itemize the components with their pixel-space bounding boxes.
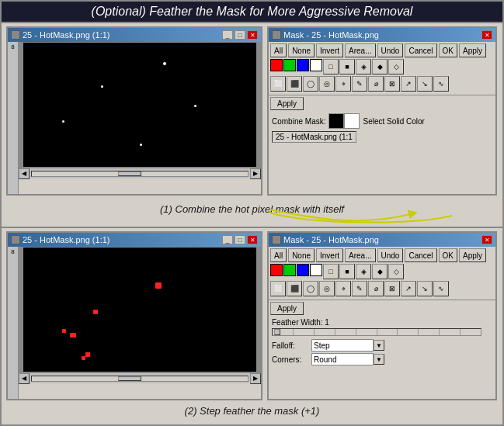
maximize-btn[interactable]: □ [235, 30, 245, 40]
scroll-track2[interactable] [31, 376, 249, 382]
tool-4[interactable]: ◆ [372, 59, 388, 74]
invert-button[interactable]: Invert [316, 43, 343, 57]
tool-8[interactable]: ◯ [303, 76, 318, 92]
tool-b12[interactable]: ⌀ [368, 281, 384, 296]
tool-7[interactable]: ⬛ [287, 76, 302, 92]
tool-10[interactable]: ⌖ [335, 76, 351, 92]
scroll-right[interactable]: ▶ [250, 168, 261, 179]
color-red[interactable] [270, 59, 283, 71]
tool-3[interactable]: ◈ [356, 59, 371, 74]
area-button[interactable]: Area... [345, 43, 375, 57]
minimize-btn[interactable]: _ [222, 30, 233, 40]
area-button2[interactable]: Area... [345, 248, 375, 262]
invert-button2[interactable]: Invert [316, 248, 343, 262]
close-btn[interactable]: ✕ [247, 235, 258, 244]
red-pixel [93, 310, 98, 314]
color-blue[interactable] [297, 59, 309, 71]
red-pixel [82, 356, 85, 360]
tool-b14[interactable]: ↗ [401, 281, 416, 296]
none-button[interactable]: None [288, 43, 315, 57]
cancel-button2[interactable]: Cancel [405, 248, 436, 262]
tool-b7[interactable]: ⬛ [287, 281, 302, 296]
close-btn[interactable]: ✕ [247, 30, 258, 40]
corners-combo[interactable]: Round ▼ [311, 353, 384, 365]
falloff-row: Falloff: Step ▼ [272, 339, 492, 352]
horizontal-scrollbar2[interactable]: ◀ ▶ [19, 372, 261, 383]
close-btn[interactable]: ✕ [481, 235, 492, 244]
tool-b9[interactable]: ◎ [319, 281, 335, 296]
minimize-btn[interactable]: _ [222, 235, 233, 244]
feather-slider[interactable] [272, 328, 481, 336]
tool-b13[interactable]: ⊠ [384, 281, 400, 296]
bottom-left-win-title-text: 25 - HotMask.png (1:1) [23, 235, 110, 244]
maximize-btn[interactable]: □ [235, 235, 245, 244]
tool-b15[interactable]: ↘ [417, 281, 433, 296]
horizontal-scrollbar[interactable]: ◀ ▶ [19, 168, 261, 178]
tool-6[interactable]: ⬜ [270, 76, 286, 92]
all-button2[interactable]: All [270, 248, 287, 262]
tool-5[interactable]: ◇ [388, 59, 404, 74]
tool-b11[interactable]: ✎ [352, 281, 367, 296]
tool-b8[interactable]: ◯ [303, 281, 318, 296]
tool-1[interactable]: □ [323, 59, 339, 74]
color-green[interactable] [283, 59, 296, 71]
corners-arrow[interactable]: ▼ [374, 354, 384, 365]
mask-tools-row2: ⬜ ⬛ ◯ ◎ ⌖ ✎ ⌀ ⊠ ↗ ↘ ∿ [270, 76, 494, 92]
tool-13[interactable]: ⊠ [384, 76, 400, 92]
scroll-thumb2[interactable] [118, 376, 141, 381]
tool-11[interactable]: ✎ [352, 76, 367, 92]
scroll-thumb[interactable] [118, 171, 141, 176]
scroll-right2[interactable]: ▶ [250, 373, 261, 384]
red-pixel [85, 352, 90, 357]
color-blue2[interactable] [297, 264, 309, 276]
falloff-combo[interactable]: Step ▼ [311, 339, 384, 352]
tool-2[interactable]: ■ [339, 59, 355, 74]
tool-b2[interactable]: ■ [339, 264, 355, 279]
tool-b6[interactable]: ⬜ [270, 281, 286, 296]
none-button2[interactable]: None [288, 248, 315, 262]
scroll-left[interactable]: ◀ [19, 168, 30, 179]
bottom-left-image-window: 25 - HotMask.png (1:1) _ □ ✕ 8 [6, 231, 262, 400]
cancel-button[interactable]: Cancel [405, 43, 436, 57]
tool-b10[interactable]: ⌖ [335, 281, 351, 296]
tool-12[interactable]: ⌀ [368, 76, 384, 92]
top-left-win-title: 25 - HotMask.png (1:1) _ □ ✕ [8, 28, 261, 42]
tool-9[interactable]: ◎ [319, 76, 335, 92]
combine-label: Combine Mask: [272, 117, 325, 126]
tool-b4[interactable]: ◆ [372, 264, 388, 279]
ok-button2[interactable]: OK [439, 248, 457, 262]
window-icon [272, 235, 281, 244]
swatch-white[interactable] [344, 113, 360, 129]
mask-toolbar: All None Invert Area... Undo Cancel OK A… [269, 42, 495, 95]
corners-select[interactable]: Round [311, 353, 374, 365]
swatch-black[interactable] [328, 113, 344, 129]
hot-pixel [101, 85, 103, 88]
tool-b5[interactable]: ◇ [388, 264, 404, 279]
tool-b1[interactable]: □ [323, 264, 339, 279]
close-btn[interactable]: ✕ [481, 30, 492, 40]
tool-16[interactable]: ∿ [433, 76, 449, 92]
ok-button[interactable]: OK [439, 43, 457, 57]
color-white[interactable] [310, 59, 322, 71]
undo-button2[interactable]: Undo [377, 248, 404, 262]
apply-button-4[interactable]: Apply [270, 302, 304, 315]
falloff-arrow[interactable]: ▼ [374, 340, 384, 351]
color-white2[interactable] [310, 264, 322, 276]
all-button[interactable]: All [270, 43, 287, 57]
color-green2[interactable] [283, 264, 296, 276]
color-red2[interactable] [270, 264, 283, 276]
slider-thumb[interactable] [274, 329, 280, 335]
falloff-select[interactable]: Step [311, 339, 374, 352]
apply-button3[interactable]: Apply [459, 248, 486, 262]
apply-button[interactable]: Apply [459, 43, 486, 57]
apply-button-2[interactable]: Apply [270, 97, 304, 110]
tool-14[interactable]: ↗ [401, 76, 416, 92]
image-canvas [23, 43, 256, 167]
undo-button[interactable]: Undo [377, 43, 404, 57]
tool-b3[interactable]: ◈ [356, 264, 371, 279]
tool-15[interactable]: ↘ [417, 76, 433, 92]
scroll-left2[interactable]: ◀ [19, 373, 30, 384]
tool-b16[interactable]: ∿ [433, 281, 449, 296]
feather-width-row: Feather Width: 1 [272, 318, 492, 327]
scroll-track[interactable] [31, 171, 249, 177]
